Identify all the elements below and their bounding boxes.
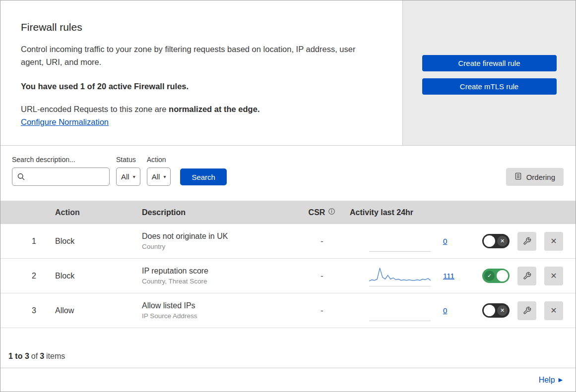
rule-match-fields: IP Source Address — [142, 312, 295, 320]
activity-count-link[interactable]: 111 — [443, 272, 454, 280]
action-column-header: Action — [44, 208, 131, 217]
rule-description: IP reputation score — [142, 267, 295, 276]
actions-panel: Create firewall rule Create mTLS rule — [402, 0, 576, 145]
edit-rule-button[interactable] — [517, 267, 536, 285]
x-icon: ✕ — [497, 305, 508, 316]
wrench-icon — [523, 306, 531, 315]
action-label: Action — [147, 156, 171, 164]
activity-column-header: Activity last 24hr — [349, 208, 473, 217]
rule-csr-value: - — [295, 237, 349, 246]
csr-column-header: CSR — [295, 208, 349, 217]
rule-controls: ✓ ✕ ✕ — [482, 267, 576, 285]
rule-activity-cell: 0 — [349, 300, 473, 321]
rule-priority: 1 — [0, 237, 44, 246]
normalization-text: URL-encoded Requests to this zone are — [21, 105, 169, 113]
header-content: Firewall rules Control incoming traffic … — [0, 0, 402, 145]
items-label: items — [46, 352, 65, 361]
edit-rule-button[interactable] — [517, 232, 536, 251]
pagination-summary: 1 to 3 of 3 items — [0, 328, 576, 368]
search-button[interactable]: Search — [180, 168, 227, 185]
toggle-knob — [484, 235, 495, 247]
status-filter-group: Status All ▾ — [116, 156, 140, 186]
rule-action: Block — [44, 237, 131, 246]
ordering-list-icon — [514, 172, 522, 181]
activity-sparkline — [369, 300, 431, 321]
toggle-knob — [497, 270, 508, 281]
page-description: Control incoming traffic to your zone by… — [21, 43, 376, 69]
help-link[interactable]: Help ▶ — [539, 376, 563, 385]
toggle-knob — [484, 305, 495, 316]
status-select[interactable]: All ▾ — [116, 168, 140, 186]
configure-normalization-link[interactable]: Configure Normalization — [21, 117, 109, 127]
help-bar: Help ▶ — [0, 368, 576, 392]
rule-enabled-toggle[interactable]: ✓ ✕ — [482, 234, 510, 248]
action-filter-group: Action All ▾ — [147, 156, 171, 186]
action-selected-value: All — [152, 172, 160, 181]
x-icon: ✕ — [497, 236, 508, 246]
rule-csr-value: - — [295, 306, 349, 315]
ordering-button-label: Ordering — [526, 173, 555, 181]
activity-count-link[interactable]: 0 — [443, 237, 447, 245]
rule-csr-value: - — [295, 272, 349, 280]
close-icon: ✕ — [550, 236, 557, 246]
create-mtls-rule-button[interactable]: Create mTLS rule — [422, 78, 557, 95]
rule-priority: 2 — [0, 272, 44, 280]
items-of-label: of — [31, 352, 38, 361]
rule-action: Block — [44, 272, 131, 280]
rule-enabled-toggle[interactable]: ✓ ✕ — [482, 269, 510, 283]
chevron-down-icon: ▾ — [163, 174, 166, 179]
rule-activity-cell: 111 — [349, 266, 473, 286]
chevron-down-icon: ▾ — [133, 174, 135, 179]
info-icon[interactable] — [328, 208, 335, 217]
rule-enabled-toggle[interactable]: ✓ ✕ — [482, 303, 510, 318]
help-link-label: Help — [539, 376, 555, 385]
activity-count-link[interactable]: 0 — [443, 306, 447, 315]
activity-sparkline — [369, 266, 431, 286]
wrench-icon — [523, 272, 531, 280]
header-section: Firewall rules Control incoming traffic … — [0, 0, 576, 146]
rule-match-fields: Country, Threat Score — [142, 278, 295, 285]
rule-controls: ✓ ✕ ✕ — [482, 232, 576, 251]
rule-description: Allow listed IPs — [142, 301, 295, 310]
table-row: 3 Allow Allow listed IPs IP Source Addre… — [0, 293, 576, 328]
description-column-header: Description — [131, 208, 295, 217]
arrow-right-icon: ▶ — [559, 377, 563, 383]
status-label: Status — [116, 156, 140, 164]
table-row: 1 Block Does not originate in UK Country… — [0, 224, 576, 259]
create-firewall-rule-button[interactable]: Create firewall rule — [422, 55, 557, 71]
delete-rule-button[interactable]: ✕ — [544, 267, 563, 285]
search-input[interactable] — [12, 168, 110, 186]
table-body: 1 Block Does not originate in UK Country… — [0, 224, 576, 328]
rule-match-fields: Country — [142, 243, 295, 250]
rule-description-cell: IP reputation score Country, Threat Scor… — [131, 267, 295, 285]
rule-description-cell: Allow listed IPs IP Source Address — [131, 301, 295, 320]
page-title: Firewall rules — [21, 21, 383, 33]
check-icon: ✓ — [484, 271, 495, 281]
close-icon: ✕ — [550, 306, 557, 315]
usage-summary: You have used 1 of 20 active Firewall ru… — [21, 82, 383, 91]
firewall-rules-page: Firewall rules Control incoming traffic … — [0, 0, 576, 392]
edit-rule-button[interactable] — [517, 301, 536, 320]
close-icon: ✕ — [550, 271, 557, 280]
search-group: Search description... — [12, 156, 110, 186]
ordering-button[interactable]: Ordering — [506, 168, 564, 186]
normalization-note: URL-encoded Requests to this zone are no… — [21, 105, 383, 114]
rule-activity-cell: 0 — [349, 231, 473, 252]
delete-rule-button[interactable]: ✕ — [544, 232, 563, 251]
items-range: 1 to 3 — [8, 352, 29, 361]
rule-description: Does not originate in UK — [142, 232, 295, 241]
search-label: Search description... — [12, 156, 110, 164]
activity-sparkline — [369, 231, 431, 252]
table-header-row: Action Description CSR Activity last 24h… — [0, 201, 576, 224]
search-box — [12, 168, 110, 186]
delete-rule-button[interactable]: ✕ — [544, 301, 563, 320]
csr-column-label: CSR — [309, 208, 325, 217]
items-total: 3 — [40, 352, 44, 361]
table-row: 2 Block IP reputation score Country, Thr… — [0, 259, 576, 293]
rule-action: Allow — [44, 306, 131, 315]
filter-bar: Search description... Status All ▾ Actio… — [0, 146, 576, 201]
rule-controls: ✓ ✕ ✕ — [482, 301, 576, 320]
wrench-icon — [523, 237, 531, 245]
rule-description-cell: Does not originate in UK Country — [131, 232, 295, 250]
action-select[interactable]: All ▾ — [147, 168, 171, 186]
